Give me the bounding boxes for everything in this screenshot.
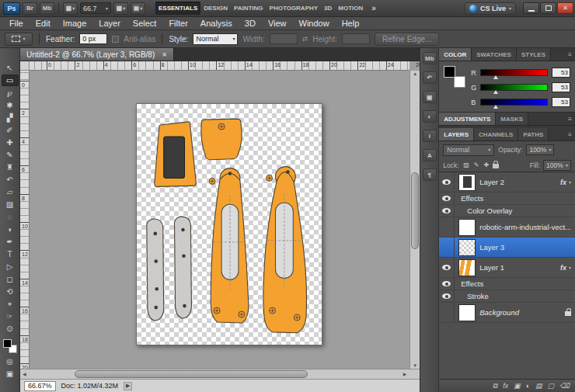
panel-tab-masks[interactable]: MASKS <box>496 113 528 125</box>
feather-input[interactable] <box>79 33 107 44</box>
zoom-level-box[interactable]: 66.7 ▾ <box>80 2 111 14</box>
menu-view[interactable]: View <box>262 18 293 29</box>
add-layer-style-icon[interactable]: fx <box>503 382 508 390</box>
background-color-swatch[interactable] <box>454 76 465 88</box>
panel-tab-channels[interactable]: CHANNELS <box>474 128 518 140</box>
eraser-tool[interactable]: ▱ <box>2 186 19 198</box>
panel-tab-styles[interactable]: STYLES <box>517 48 551 61</box>
horizontal-scrollbar[interactable]: ◀ ▶ <box>20 369 420 379</box>
adjustments-panel-icon[interactable]: ◐ <box>423 110 437 123</box>
lock-position-icon[interactable]: ✚ <box>483 161 491 168</box>
view-extras-button[interactable]: ▦ ▾ <box>63 2 78 15</box>
scroll-left-icon[interactable]: ◀ <box>23 371 26 376</box>
tool-preset-picker[interactable]: ▾ <box>5 33 33 46</box>
new-layer-icon[interactable]: ▢ <box>548 382 555 390</box>
link-layers-icon[interactable]: ⧉ <box>493 382 497 390</box>
vertical-scrollbar[interactable]: ▲ ▼ <box>409 71 420 369</box>
panel-menu-icon[interactable]: ≡ <box>565 48 575 61</box>
minimize-button[interactable] <box>523 2 539 14</box>
3d-object-rotate-tool[interactable]: ⟲ <box>2 286 19 297</box>
blend-mode-select[interactable]: Normal ▾ <box>443 144 494 156</box>
mini-bridge-panel-icon[interactable]: Mb <box>423 52 437 64</box>
new-group-icon[interactable]: ▤ <box>535 382 542 390</box>
launch-bridge-button[interactable]: Br <box>23 2 37 15</box>
height-input[interactable] <box>342 33 370 44</box>
new-adjustment-layer-icon[interactable]: ◐ <box>526 382 530 390</box>
restore-button[interactable] <box>540 2 556 14</box>
crop-tool[interactable]: ▞ <box>2 112 19 123</box>
gradient-tool[interactable]: ▨ <box>2 199 19 210</box>
channel-slider-r[interactable] <box>480 69 548 76</box>
fx-collapse-icon[interactable]: ▾ <box>569 265 571 270</box>
foreground-color-swatch[interactable] <box>3 339 12 348</box>
lasso-tool[interactable]: ℘ <box>2 87 19 99</box>
opacity-field[interactable]: 100% ▾ <box>526 144 554 155</box>
scroll-down-icon[interactable]: ▼ <box>410 363 420 368</box>
visibility-toggle[interactable] <box>439 205 455 217</box>
anti-alias-checkbox[interactable] <box>112 36 119 43</box>
lock-all-icon[interactable] <box>493 164 499 168</box>
panel-tab-swatches[interactable]: SWATCHES <box>472 48 517 61</box>
workspace-design[interactable]: DESIGN <box>200 2 231 15</box>
screen-mode-button[interactable]: ▣ ▾ <box>131 2 145 15</box>
eyedropper-tool[interactable]: ✐ <box>2 124 19 136</box>
menu-file[interactable]: File <box>3 18 30 29</box>
history-panel-icon[interactable]: ↶ <box>423 71 437 84</box>
visibility-toggle[interactable] <box>439 303 455 322</box>
arrange-documents-button[interactable]: ▦ ▾ <box>113 2 128 15</box>
color-swatch-pair[interactable] <box>444 66 465 88</box>
menu-window[interactable]: Window <box>293 18 336 29</box>
screen-mode-toggle[interactable]: ▣ <box>2 368 19 380</box>
visibility-toggle[interactable] <box>439 290 455 302</box>
fx-collapse-icon[interactable]: ▾ <box>569 180 571 185</box>
status-zoom-field[interactable]: 66.67% <box>24 381 56 391</box>
panel-menu-icon[interactable]: ≡ <box>565 128 575 140</box>
visibility-toggle[interactable] <box>439 217 455 237</box>
layer-row[interactable]: Layer 3 <box>439 238 575 258</box>
menu-image[interactable]: Image <box>57 18 93 29</box>
menu-3d[interactable]: 3D <box>239 18 262 29</box>
panel-tab-layers[interactable]: LAYERS <box>439 128 474 140</box>
doc-info-menu-button[interactable]: ▶ <box>124 382 132 390</box>
channel-value-b[interactable]: 53 <box>552 97 570 107</box>
refine-edge-button[interactable]: Refine Edge... <box>375 33 439 46</box>
blur-tool[interactable]: ◌ <box>2 211 19 223</box>
ruler-origin-corner[interactable] <box>20 61 30 71</box>
layer-row[interactable]: Layer 1fx▾ <box>439 258 575 278</box>
hand-tool[interactable]: ☞ <box>2 310 19 322</box>
rectangle-tool[interactable]: ◻ <box>2 273 19 285</box>
menu-filter[interactable]: Filter <box>162 18 193 29</box>
channel-value-r[interactable]: 53 <box>552 68 570 78</box>
layer-effect-row[interactable]: Effects <box>439 278 575 290</box>
layer-effect-row[interactable]: Color Overlay <box>439 205 575 217</box>
zoom-tool[interactable]: ⊙ <box>2 323 19 335</box>
visibility-toggle[interactable] <box>439 258 455 277</box>
styles-panel-icon[interactable]: ▣ <box>423 91 437 103</box>
workspace-overflow-button[interactable]: » <box>368 4 379 12</box>
spot-healing-brush-tool[interactable]: ✚ <box>2 137 19 148</box>
lock-image-pixels-icon[interactable]: ✎ <box>472 161 481 168</box>
pen-tool[interactable]: ✒ <box>2 236 19 248</box>
slider-thumb[interactable] <box>493 105 498 109</box>
workspace-painting[interactable]: PAINTING <box>231 2 267 15</box>
rectangular-marquee-tool[interactable]: ▭ <box>2 75 19 86</box>
launch-mini-bridge-button[interactable]: Mb <box>40 2 54 15</box>
scroll-up-icon[interactable]: ▲ <box>410 71 420 76</box>
color-swatch-control[interactable] <box>3 339 17 353</box>
canvas-viewport[interactable]: 0246810121416182022242628 02468101214161… <box>20 61 420 369</box>
style-select[interactable]: Normal ▾ <box>193 33 238 45</box>
layer-row-background[interactable]: Background <box>439 303 575 323</box>
menu-edit[interactable]: Edit <box>30 18 57 29</box>
foreground-color-swatch[interactable] <box>444 66 455 78</box>
layer-row[interactable]: robotic-arm-industrial-vect... <box>439 217 575 238</box>
channel-value-g[interactable]: 53 <box>552 82 570 92</box>
lock-transparent-pixels-icon[interactable]: ▨ <box>462 161 471 168</box>
info-panel-icon[interactable]: i <box>423 130 437 142</box>
channel-slider-b[interactable] <box>480 99 548 106</box>
visibility-toggle[interactable] <box>439 238 455 257</box>
cs-live-button[interactable]: CS Live ▾ <box>465 2 516 15</box>
character-panel-icon[interactable]: A <box>423 149 437 161</box>
layer-effect-row[interactable]: Effects <box>439 193 575 205</box>
horizontal-scroll-thumb[interactable] <box>75 370 308 378</box>
workspace-photography[interactable]: PHOTOGRAPHY <box>267 2 322 15</box>
